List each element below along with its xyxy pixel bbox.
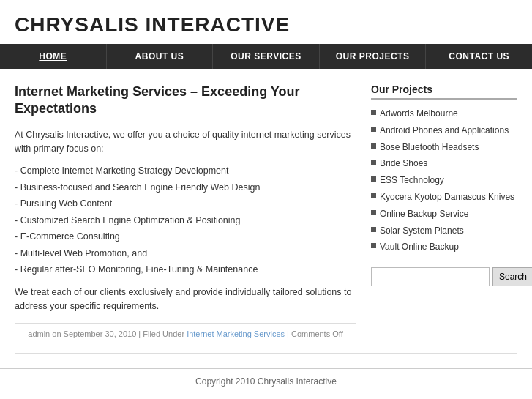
list-item: Bose Bluetooth Headsets (371, 139, 517, 156)
list-item: ESS Technology (371, 172, 517, 189)
content-divider (15, 353, 517, 354)
list-item: Bride Shoes (371, 155, 517, 172)
services-list: - Complete Internet Marketing Strategy D… (15, 163, 356, 278)
nav-item-about-us[interactable]: ABOUT US (107, 44, 214, 69)
main-content: Internet Marketing Services – Exceeding … (15, 83, 356, 338)
search-button[interactable]: Search (492, 267, 532, 286)
bullet-icon (371, 210, 376, 215)
page-heading: Internet Marketing Services – Exceeding … (15, 83, 356, 118)
nav-item-our-services[interactable]: OUR SERVICES (213, 44, 320, 69)
sidebar: Our Projects Adwords MelbourneAndroid Ph… (371, 83, 517, 338)
search-box: Search (371, 267, 517, 286)
bullet-icon (371, 127, 376, 132)
closing-text: We treat each of our clients exclusively… (15, 286, 356, 313)
nav-item-contact-us[interactable]: CONTACT US (426, 44, 532, 69)
post-meta: admin on September 30, 2010 | Filed Unde… (15, 323, 356, 338)
service-item: - Business-focused and Search Engine Fri… (15, 179, 356, 196)
bullet-icon (371, 243, 376, 248)
project-link[interactable]: Kyocera Kyotop Damascus Knives (380, 191, 514, 204)
project-link[interactable]: Solar System Planets (380, 225, 464, 237)
bullet-icon (371, 227, 376, 232)
project-link[interactable]: ESS Technology (380, 174, 444, 187)
bullet-icon (371, 160, 376, 165)
list-item: Solar System Planets (371, 223, 517, 239)
category-link[interactable]: Internet Marketing Services (187, 329, 285, 338)
footer-text: Copyright 2010 Chrysalis Interactive (195, 376, 337, 387)
list-item: Online Backup Service (371, 206, 517, 223)
bullet-icon (371, 110, 376, 115)
nav-item-our-projects[interactable]: OUR PROJECTS (320, 44, 427, 69)
service-item: - Complete Internet Marketing Strategy D… (15, 163, 356, 179)
sidebar-title: Our Projects (371, 83, 517, 100)
site-title: CHRYSALIS INTERACTIVE (15, 13, 517, 37)
intro-text: At Chrysalis Interactive, we offer you a… (15, 128, 356, 156)
service-item: - Customized Search Engine Optimization … (15, 212, 356, 229)
list-item: Adwords Melbourne (371, 105, 517, 122)
project-link[interactable]: Bose Bluetooth Headsets (380, 141, 479, 154)
footer: Copyright 2010 Chrysalis Interactive (0, 368, 532, 394)
bullet-icon (371, 193, 376, 198)
bullet-icon (371, 143, 376, 149)
service-item: - E-Commerce Consulting (15, 228, 356, 245)
list-item: Android Phones and Applications (371, 122, 517, 139)
project-link[interactable]: Android Phones and Applications (380, 124, 509, 137)
project-link[interactable]: Online Backup Service (380, 208, 468, 220)
service-item: - Multi-level Web Promotion, and (15, 245, 356, 262)
search-input[interactable] (371, 267, 490, 286)
main-nav: HOMEABOUT USOUR SERVICESOUR PROJECTSCONT… (0, 44, 532, 69)
service-item: - Regular after-SEO Monitoring, Fine-Tun… (15, 261, 356, 278)
bullet-icon (371, 176, 376, 182)
project-link[interactable]: Adwords Melbourne (380, 108, 458, 120)
list-item: Kyocera Kyotop Damascus Knives (371, 189, 517, 206)
project-link[interactable]: Bride Shoes (380, 157, 427, 170)
list-item: Vault Online Backup (371, 239, 517, 256)
projects-list: Adwords MelbourneAndroid Phones and Appl… (371, 105, 517, 256)
service-item: - Pursuing Web Content (15, 195, 356, 212)
project-link[interactable]: Vault Online Backup (380, 241, 459, 253)
nav-item-home[interactable]: HOME (0, 44, 107, 69)
